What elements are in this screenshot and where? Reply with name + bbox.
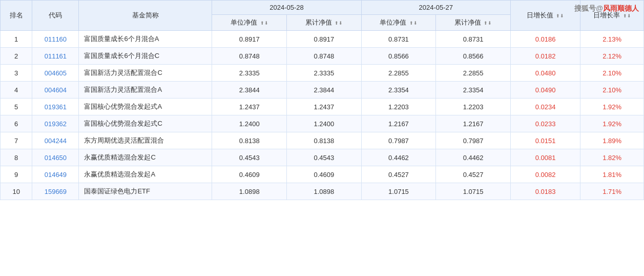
cell-unav2: 2.3354	[361, 82, 436, 98]
table-row: 1011160富国质量成长6个月混合A0.89170.89170.87310.8…	[1, 31, 644, 48]
cell-name: 东方周期优选灵活配置混合	[79, 132, 212, 149]
th-name: 基金简称	[79, 1, 212, 31]
cell-pct: 2.13%	[580, 31, 644, 48]
th-unit-nav2: 单位净值 ⬆⬇	[361, 15, 436, 31]
cell-cnav1: 0.4543	[287, 149, 362, 166]
cell-cnav1: 2.3335	[287, 65, 362, 82]
cell-rank: 3	[1, 65, 32, 82]
cell-change: 0.0182	[510, 48, 580, 65]
cell-name: 国泰国证绿色电力ETF	[79, 183, 212, 200]
cell-change: 0.0233	[510, 115, 580, 132]
cell-rank: 9	[1, 166, 32, 183]
cell-name: 永赢优质精选混合发起C	[79, 149, 212, 166]
table-row: 8014650永赢优质精选混合发起C0.45430.45430.44620.44…	[1, 149, 644, 166]
cell-pct: 1.89%	[580, 132, 644, 149]
cell-unav1: 1.0898	[212, 183, 287, 200]
cell-unav1: 0.8748	[212, 48, 287, 65]
cell-code: 014650	[32, 149, 79, 166]
cell-cnav1: 0.8917	[287, 31, 362, 48]
cell-cnav2: 1.0715	[436, 183, 511, 200]
cell-rank: 10	[1, 183, 32, 200]
cell-rank: 8	[1, 149, 32, 166]
cell-unav1: 0.4609	[212, 166, 287, 183]
th-daily-change: 日增长值 ⬆⬇	[510, 1, 580, 31]
cell-pct: 2.10%	[580, 82, 644, 98]
sort-icon-unav1: ⬆⬇	[260, 21, 268, 26]
table-wrapper: 搜狐号@风雨顺德人 排名 代码 基金简称 2024-05-28 2024-05-…	[0, 0, 644, 200]
cell-unav1: 1.2437	[212, 98, 287, 115]
table-row: 10159669国泰国证绿色电力ETF1.08981.08981.07151.0…	[1, 183, 644, 200]
cell-cnav2: 0.4527	[436, 166, 511, 183]
table-row: 5019361富国核心优势混合发起式A1.24371.24371.22031.2…	[1, 98, 644, 115]
cell-name: 富国新活力灵活配置混合A	[79, 82, 212, 98]
th-rank: 排名	[1, 1, 32, 31]
cell-pct: 2.10%	[580, 65, 644, 82]
cell-cnav2: 0.8731	[436, 31, 511, 48]
cell-code: 011160	[32, 31, 79, 48]
cell-rank: 7	[1, 132, 32, 149]
cell-unav2: 0.4462	[361, 149, 436, 166]
cell-cnav1: 1.2437	[287, 98, 362, 115]
cell-name: 富国核心优势混合发起式C	[79, 115, 212, 132]
cell-cnav1: 1.0898	[287, 183, 362, 200]
sort-icon-unav2: ⬆⬇	[409, 21, 418, 26]
cell-rank: 1	[1, 31, 32, 48]
table-row: 6019362富国核心优势混合发起式C1.24001.24001.21671.2…	[1, 115, 644, 132]
th-cum-nav1: 累计净值 ⬆⬇	[287, 15, 362, 31]
cell-cnav2: 0.4462	[436, 149, 511, 166]
cell-cnav1: 0.4609	[287, 166, 362, 183]
table-row: 9014649永赢优质精选混合发起A0.46090.46090.45270.45…	[1, 166, 644, 183]
table-body: 1011160富国质量成长6个月混合A0.89170.89170.87310.8…	[1, 31, 644, 200]
cell-rank: 5	[1, 98, 32, 115]
cell-cnav2: 2.2855	[436, 65, 511, 82]
cell-unav2: 0.4527	[361, 166, 436, 183]
cell-cnav1: 2.3844	[287, 82, 362, 98]
cell-code: 019362	[32, 115, 79, 132]
cell-change: 0.0234	[510, 98, 580, 115]
sort-icon-growth: ⬆⬇	[623, 13, 631, 18]
cell-code: 004605	[32, 65, 79, 82]
table-row: 3004605富国新活力灵活配置混合C2.33352.33352.28552.2…	[1, 65, 644, 82]
cell-unav1: 2.3844	[212, 82, 287, 98]
cell-cnav1: 0.8748	[287, 48, 362, 65]
cell-unav1: 2.3335	[212, 65, 287, 82]
cell-name: 富国新活力灵活配置混合C	[79, 65, 212, 82]
cell-pct: 1.81%	[580, 166, 644, 183]
header-row-main: 排名 代码 基金简称 2024-05-28 2024-05-27 日增长值 ⬆⬇…	[1, 1, 644, 15]
cell-unav1: 1.2400	[212, 115, 287, 132]
cell-change: 0.0183	[510, 183, 580, 200]
cell-cnav2: 0.8566	[436, 48, 511, 65]
table-row: 7004244东方周期优选灵活配置混合0.81380.81380.79870.7…	[1, 132, 644, 149]
cell-rank: 6	[1, 115, 32, 132]
cell-name: 富国质量成长6个月混合A	[79, 31, 212, 48]
cell-name: 富国核心优势混合发起式A	[79, 98, 212, 115]
cell-change: 0.0082	[510, 166, 580, 183]
cell-code: 159669	[32, 183, 79, 200]
table-row: 2011161富国质量成长6个月混合C0.87480.87480.85660.8…	[1, 48, 644, 65]
cell-code: 019361	[32, 98, 79, 115]
cell-unav2: 1.2167	[361, 115, 436, 132]
cell-cnav2: 1.2167	[436, 115, 511, 132]
cell-pct: 1.71%	[580, 183, 644, 200]
cell-unav2: 1.0715	[361, 183, 436, 200]
cell-code: 011161	[32, 48, 79, 65]
cell-change: 0.0490	[510, 82, 580, 98]
th-date2: 2024-05-27	[361, 1, 510, 15]
th-date1: 2024-05-28	[212, 1, 361, 15]
th-code: 代码	[32, 1, 79, 31]
cell-rank: 4	[1, 82, 32, 98]
cell-code: 004604	[32, 82, 79, 98]
sort-icon-cnav2: ⬆⬇	[484, 21, 492, 26]
th-daily-growth: 日增长率 ⬆⬇	[580, 1, 644, 31]
cell-code: 014649	[32, 166, 79, 183]
cell-cnav1: 1.2400	[287, 115, 362, 132]
cell-unav2: 0.8566	[361, 48, 436, 65]
cell-pct: 2.12%	[580, 48, 644, 65]
cell-change: 0.0186	[510, 31, 580, 48]
cell-name: 永赢优质精选混合发起A	[79, 166, 212, 183]
cell-change: 0.0151	[510, 132, 580, 149]
cell-cnav1: 0.8138	[287, 132, 362, 149]
cell-unav2: 2.2855	[361, 65, 436, 82]
fund-table: 排名 代码 基金简称 2024-05-28 2024-05-27 日增长值 ⬆⬇…	[0, 0, 644, 200]
th-cum-nav2: 累计净值 ⬆⬇	[436, 15, 511, 31]
